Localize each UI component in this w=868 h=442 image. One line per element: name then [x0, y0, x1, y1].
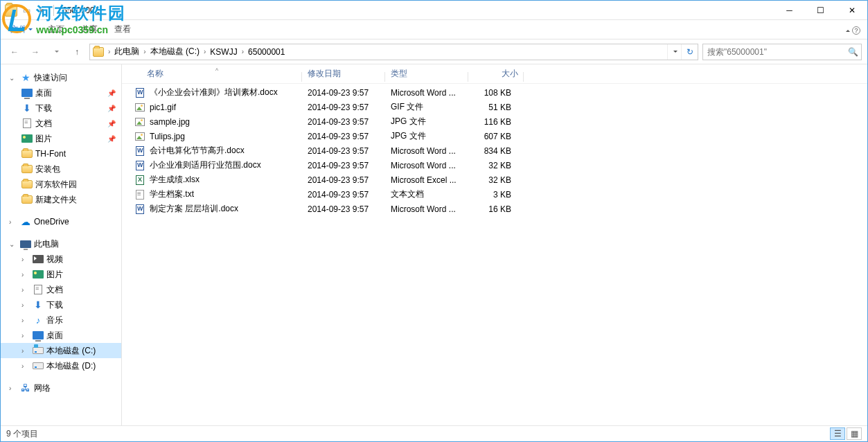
expand-icon[interactable]: › [21, 362, 30, 370]
column-size[interactable]: 大小 [468, 68, 524, 80]
column-type[interactable]: 类型 [385, 68, 468, 80]
expand-icon[interactable]: › [21, 347, 30, 355]
tree-quick-access[interactable]: ⌄ ★ 快速访问 [1, 70, 121, 85]
breadcrumb-item[interactable]: 此电脑 [112, 46, 142, 58]
app-menu-icon[interactable] [5, 4, 17, 17]
tree-item[interactable]: ›本地磁盘 (D:) [1, 358, 121, 373]
tree-item[interactable]: ›文档 [1, 282, 121, 297]
expand-icon[interactable]: › [9, 384, 17, 392]
tree-network[interactable]: › 🖧 网络 [1, 380, 121, 396]
tree-item[interactable]: 文档📌 [1, 116, 121, 131]
pin-icon: 📌 [107, 89, 116, 97]
tree-item[interactable]: ⬇下载📌 [1, 100, 121, 116]
tree-item[interactable]: ›视频 [1, 251, 121, 267]
tree-label: 本地磁盘 (D:) [46, 360, 96, 372]
tree-label: 网络 [34, 382, 51, 394]
forward-button[interactable]: → [27, 44, 44, 60]
file-tab[interactable]: 文件 [3, 21, 39, 38]
back-button[interactable]: ← [6, 44, 23, 60]
file-name: 制定方案 层层培训.docx [150, 203, 238, 215]
expand-icon[interactable]: › [21, 271, 30, 279]
file-row[interactable]: 会计电算化节节高升.docx2014-09-23 9:57Microsoft W… [122, 143, 867, 158]
file-size: 32 KB [468, 161, 524, 170]
expand-icon[interactable]: ⌄ [9, 74, 17, 82]
file-row[interactable]: sample.jpg2014-09-23 9:57JPG 文件116 KB [122, 114, 867, 129]
file-date: 2014-09-23 9:57 [302, 175, 385, 185]
search-input[interactable] [703, 47, 844, 57]
tab-view[interactable]: 查看 [106, 21, 139, 38]
refresh-button[interactable]: ↻ [681, 44, 698, 60]
chevron-right-icon[interactable]: › [142, 48, 147, 55]
file-type: Microsoft Word ... [385, 161, 468, 170]
maximize-button[interactable]: ☐ [805, 1, 836, 20]
tree-this-pc[interactable]: ⌄ 此电脑 [1, 236, 121, 251]
column-date[interactable]: 修改日期 [302, 68, 385, 80]
qat-properties-icon[interactable]: ▭ [20, 4, 33, 17]
address-bar[interactable]: › 此电脑 › 本地磁盘 (C:) › KSWJJ › 65000001 ↻ [89, 44, 698, 60]
tree-onedrive[interactable]: › ☁ OneDrive [1, 214, 121, 229]
file-row[interactable]: pic1.gif2014-09-23 9:57GIF 文件51 KB [122, 100, 867, 114]
file-type: JPG 文件 [385, 130, 468, 142]
expand-icon[interactable]: › [9, 218, 17, 226]
tree-item[interactable]: 河东软件园 [1, 177, 121, 192]
music-icon: ♪ [33, 315, 44, 326]
expand-icon[interactable]: › [21, 301, 30, 309]
desktop-icon [21, 87, 33, 98]
file-tab-label: 文件 [10, 24, 27, 34]
icons-view-button[interactable]: ▦ [847, 427, 862, 440]
tree-label: 新建文件夹 [35, 194, 77, 206]
file-row[interactable]: Tulips.jpg2014-09-23 9:57JPG 文件607 KB [122, 129, 867, 143]
chevron-right-icon[interactable]: › [202, 48, 207, 55]
breadcrumb-item[interactable]: KSWJJ [207, 47, 240, 57]
expand-ribbon-button[interactable]: ? [844, 25, 860, 35]
tree-item[interactable]: 新建文件夹 [1, 192, 121, 207]
expand-icon[interactable]: › [21, 332, 30, 339]
drive-icon [33, 345, 44, 356]
word-file-icon [134, 204, 145, 215]
chevron-right-icon[interactable]: › [240, 48, 245, 55]
expand-icon[interactable]: › [21, 317, 30, 324]
chevron-right-icon[interactable]: › [107, 48, 112, 55]
minimize-button[interactable]: ─ [774, 1, 805, 20]
tree-item[interactable]: ›图片 [1, 267, 121, 282]
video-icon [33, 254, 44, 265]
recent-locations-button[interactable] [48, 44, 64, 60]
file-row[interactable]: 制定方案 层层培训.docx2014-09-23 9:57Microsoft W… [122, 202, 867, 216]
search-box[interactable]: 🔍 [702, 44, 862, 60]
tree-item[interactable]: 图片📌 [1, 131, 121, 146]
file-name: 《小企业会计准则》培训素材.docx [150, 87, 278, 98]
address-dropdown-button[interactable] [667, 44, 681, 60]
file-date: 2014-09-23 9:57 [302, 117, 385, 127]
file-type: Microsoft Word ... [385, 204, 468, 214]
expand-icon[interactable]: ⌄ [9, 240, 17, 248]
pin-icon: 📌 [107, 105, 116, 112]
tree-label: 安装包 [35, 163, 60, 175]
breadcrumb-item[interactable]: 65000001 [245, 47, 287, 57]
tab-share[interactable]: 共享 [73, 21, 106, 38]
file-row[interactable]: 小企业准则适用行业范围.docx2014-09-23 9:57Microsoft… [122, 158, 867, 173]
file-row[interactable]: 学生成绩.xlsx2014-09-23 9:57Microsoft Excel … [122, 173, 867, 187]
expand-icon[interactable]: › [21, 256, 30, 263]
tree-item[interactable]: 桌面📌 [1, 85, 121, 100]
tree-label: 桌面 [35, 87, 52, 99]
tab-home[interactable]: 主页 [39, 21, 73, 38]
download-icon: ⬇ [21, 103, 33, 114]
tree-item[interactable]: 安装包 [1, 161, 121, 177]
tree-item[interactable]: TH-Font [1, 146, 121, 161]
file-size: 3 KB [468, 190, 524, 200]
tree-item[interactable]: ›本地磁盘 (C:) [1, 343, 121, 358]
qat-newfolder-icon[interactable]: ▾ [35, 4, 48, 17]
up-button[interactable]: ↑ [69, 44, 85, 60]
close-button[interactable]: ✕ [836, 1, 867, 20]
tree-item[interactable]: ›桌面 [1, 328, 121, 343]
file-date: 2014-09-23 9:57 [302, 103, 385, 112]
tree-item[interactable]: ›⬇下载 [1, 297, 121, 312]
search-icon[interactable]: 🔍 [844, 47, 861, 57]
file-row[interactable]: 学生档案.txt2014-09-23 9:57文本文档3 KB [122, 187, 867, 202]
column-name[interactable]: 名称^ [129, 68, 302, 80]
details-view-button[interactable]: ☰ [830, 427, 845, 440]
tree-item[interactable]: ›♪音乐 [1, 312, 121, 328]
file-row[interactable]: 《小企业会计准则》培训素材.docx2014-09-23 9:57Microso… [122, 85, 867, 100]
expand-icon[interactable]: › [21, 286, 30, 294]
breadcrumb-item[interactable]: 本地磁盘 (C:) [148, 46, 202, 58]
